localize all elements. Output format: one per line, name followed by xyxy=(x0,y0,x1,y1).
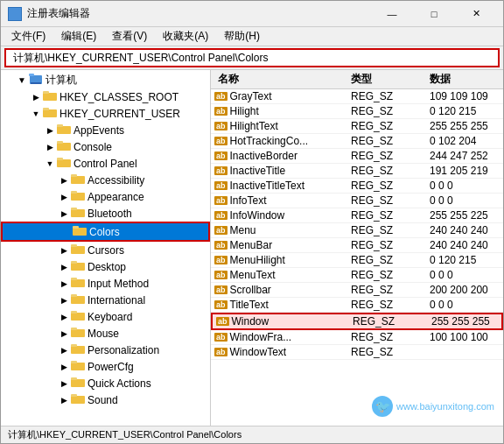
svg-rect-3 xyxy=(43,93,57,101)
tree-hkey-classes-root[interactable]: ▶ HKEY_CLASSES_ROOT xyxy=(1,88,210,105)
root-label: 计算机 xyxy=(46,73,77,88)
table-row[interactable]: ab HotTrackingCo... REG_SZ 0 102 204 xyxy=(211,134,503,149)
folder-icon xyxy=(71,173,85,185)
folder-icon xyxy=(71,392,85,405)
tree-personalization[interactable]: ▶ Personalization xyxy=(1,342,210,358)
cell-type: REG_SZ xyxy=(351,269,430,281)
folder-icon xyxy=(71,276,85,288)
reg-sz-icon: ab xyxy=(214,271,228,279)
table-row[interactable]: ab Menu REG_SZ 240 240 240 xyxy=(211,223,503,238)
table-row[interactable]: ab InactiveBorder REG_SZ 244 247 252 xyxy=(211,149,503,164)
menu-file[interactable]: 文件(F) xyxy=(4,27,52,46)
tree-mouse[interactable]: ▶ Mouse xyxy=(1,325,210,342)
cell-type: REG_SZ xyxy=(351,180,430,192)
tree-input-method[interactable]: ▶ Input Method xyxy=(1,275,210,292)
folder-icon xyxy=(71,342,85,355)
desktop-label: Desktop xyxy=(88,261,126,273)
table-row[interactable]: ab Window REG_SZ 255 255 255 xyxy=(211,313,503,330)
menu-view[interactable]: 查看(V) xyxy=(105,27,154,46)
table-row[interactable]: ab TitleText REG_SZ 0 0 0 xyxy=(211,298,503,313)
tree-quick-actions[interactable]: ▶ Quick Actions xyxy=(1,375,210,391)
svg-rect-37 xyxy=(71,379,85,387)
cell-type: REG_SZ xyxy=(351,331,430,343)
svg-rect-33 xyxy=(71,346,85,354)
table-header: 名称 类型 数据 xyxy=(211,70,503,89)
cell-data: 0 120 215 xyxy=(430,254,503,266)
reg-sz-icon: ab xyxy=(214,285,228,294)
window-controls: — □ ✕ xyxy=(372,1,496,27)
address-bar[interactable]: 计算机\HKEY_CURRENT_USER\Control Panel\Colo… xyxy=(4,48,500,67)
cell-name: ab InfoWindow xyxy=(211,209,351,222)
tree-control-panel[interactable]: ▼ Control Panel xyxy=(1,155,210,172)
tree-bluetooth[interactable]: ▶ Bluetooth xyxy=(1,205,210,222)
tree-appearance[interactable]: ▶ Appearance xyxy=(1,188,210,205)
cell-name: ab Window xyxy=(213,315,353,328)
tree-desktop[interactable]: ▶ Desktop xyxy=(1,258,210,275)
svg-rect-30 xyxy=(71,311,77,314)
cell-type: REG_SZ xyxy=(351,165,430,177)
table-row[interactable]: ab WindowFra... REG_SZ 100 100 100 xyxy=(211,330,503,345)
svg-rect-23 xyxy=(71,263,85,271)
menu-favorites[interactable]: 收藏夹(A) xyxy=(156,27,215,46)
cell-data: 255 255 255 xyxy=(430,120,503,132)
tree-keyboard[interactable]: ▶ Keyboard xyxy=(1,308,210,325)
table-row[interactable]: ab HilightText REG_SZ 255 255 255 xyxy=(211,119,503,134)
colors-label: Colors xyxy=(89,226,120,238)
tree-appevents[interactable]: ▶ AppEvents xyxy=(1,122,210,138)
cell-type: REG_SZ xyxy=(351,194,430,207)
cell-data: 0 0 0 xyxy=(430,269,503,281)
close-button[interactable]: ✕ xyxy=(456,1,496,27)
table-row[interactable]: ab InactiveTitle REG_SZ 191 205 219 xyxy=(211,164,503,179)
cell-data: 0 0 0 xyxy=(430,299,503,311)
cell-data: 191 205 219 xyxy=(430,165,503,177)
svg-rect-5 xyxy=(43,109,57,117)
window-title: 注册表编辑器 xyxy=(27,6,90,21)
svg-rect-11 xyxy=(57,159,71,167)
cell-type: REG_SZ xyxy=(351,284,430,296)
table-row[interactable]: ab WindowText REG_SZ xyxy=(211,345,503,360)
table-row[interactable]: ab InfoText REG_SZ 0 0 0 xyxy=(211,194,503,208)
table-row[interactable]: ab MenuHilight REG_SZ 0 120 215 xyxy=(211,253,503,268)
console-label: Console xyxy=(74,141,112,153)
cell-type: REG_SZ xyxy=(351,346,430,358)
cell-data: 240 240 240 xyxy=(430,224,503,236)
menu-edit[interactable]: 编辑(E) xyxy=(54,27,103,46)
reg-sz-icon: ab xyxy=(214,92,228,101)
table-row[interactable]: ab Scrollbar REG_SZ 200 200 200 xyxy=(211,283,503,298)
tree-international[interactable]: ▶ International xyxy=(1,292,210,308)
folder-icon xyxy=(71,206,85,218)
svg-rect-25 xyxy=(71,279,85,287)
table-row[interactable]: ab MenuText REG_SZ 0 0 0 xyxy=(211,268,503,283)
folder-icon xyxy=(71,359,85,371)
minimize-button[interactable]: — xyxy=(372,1,412,27)
tree-console[interactable]: ▶ Console xyxy=(1,138,210,155)
tree-accessibility[interactable]: ▶ Accessibility xyxy=(1,172,210,188)
input-method-label: Input Method xyxy=(88,278,149,290)
computer-icon xyxy=(29,73,43,85)
svg-rect-27 xyxy=(71,296,85,304)
table-row[interactable]: ab InfoWindow REG_SZ 255 255 225 xyxy=(211,208,503,223)
cell-name: ab Scrollbar xyxy=(211,284,351,296)
menu-help[interactable]: 帮助(H) xyxy=(217,27,267,46)
tree-cursors[interactable]: ▶ Cursors xyxy=(1,242,210,258)
maximize-button[interactable]: □ xyxy=(414,1,454,27)
cell-data: 0 120 215 xyxy=(430,105,503,117)
reg-sz-icon: ab xyxy=(214,122,228,130)
svg-rect-31 xyxy=(71,329,85,337)
folder-icon xyxy=(71,243,85,255)
tree-sound[interactable]: ▶ Sound xyxy=(1,391,210,408)
title-bar-left: 注册表编辑器 xyxy=(8,6,90,21)
table-row[interactable]: ab InactiveTitleText REG_SZ 0 0 0 xyxy=(211,179,503,194)
content-area: ▼ 计算机 ▶ xyxy=(1,70,503,426)
svg-rect-22 xyxy=(71,244,77,247)
tree-powercfg[interactable]: ▶ PowerCfg xyxy=(1,358,210,375)
cell-type: REG_SZ xyxy=(351,90,430,102)
reg-sz-icon: ab xyxy=(214,241,228,250)
table-row[interactable]: ab MenuBar REG_SZ 240 240 240 xyxy=(211,238,503,253)
tree-hkey-current-user[interactable]: ▼ HKEY_CURRENT_USER xyxy=(1,105,210,122)
tree-root[interactable]: ▼ 计算机 xyxy=(1,72,210,88)
table-row[interactable]: ab Hilight REG_SZ 0 120 215 xyxy=(211,104,503,119)
table-row[interactable]: ab GrayText REG_SZ 109 109 109 xyxy=(211,89,503,104)
svg-rect-13 xyxy=(71,176,85,184)
tree-colors[interactable]: Colors xyxy=(1,222,210,242)
